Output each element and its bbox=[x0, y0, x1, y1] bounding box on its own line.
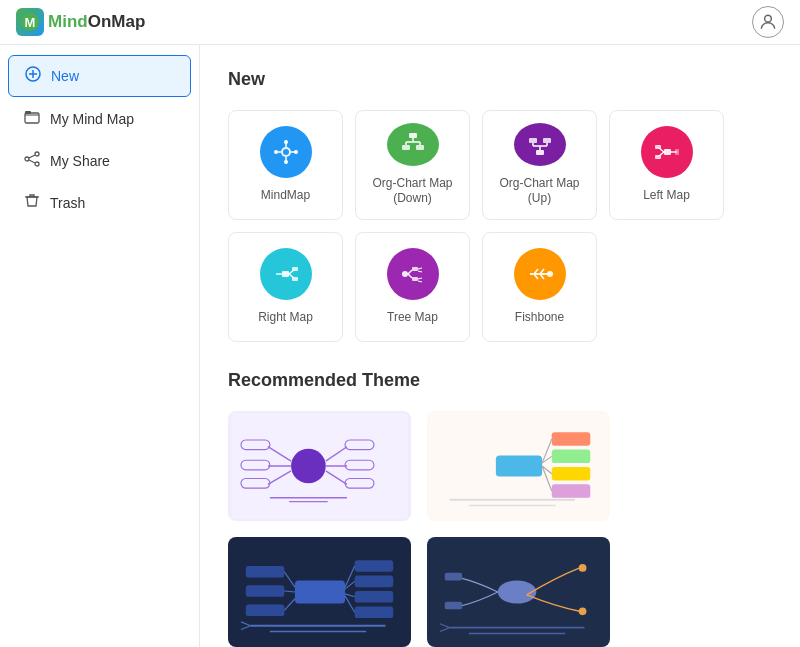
map-card-rightmap[interactable]: Right Map bbox=[228, 232, 343, 342]
svg-point-116 bbox=[579, 607, 587, 615]
svg-rect-53 bbox=[412, 267, 418, 271]
svg-point-50 bbox=[402, 271, 408, 277]
plus-icon bbox=[25, 66, 41, 86]
fishbone-icon bbox=[514, 248, 566, 300]
map-card-orgup[interactable]: Org-Chart Map (Up) bbox=[482, 110, 597, 220]
map-card-orgdown[interactable]: Org-Chart Map (Down) bbox=[355, 110, 470, 220]
theme-grid bbox=[228, 411, 772, 647]
theme-card-2[interactable] bbox=[427, 411, 610, 521]
svg-rect-29 bbox=[416, 145, 424, 150]
svg-line-58 bbox=[418, 281, 422, 282]
leftmap-label: Left Map bbox=[643, 188, 690, 204]
sidebar-new-label: New bbox=[51, 68, 79, 84]
app-header: M MindOnMap bbox=[0, 0, 800, 45]
logo-icon: M bbox=[16, 8, 44, 36]
svg-point-115 bbox=[579, 564, 587, 572]
svg-rect-95 bbox=[355, 560, 394, 572]
svg-rect-35 bbox=[529, 138, 537, 143]
trash-icon bbox=[24, 193, 40, 213]
svg-rect-98 bbox=[355, 606, 394, 618]
svg-point-21 bbox=[274, 150, 278, 154]
svg-rect-36 bbox=[543, 138, 551, 143]
orgup-label: Org-Chart Map (Up) bbox=[491, 176, 588, 207]
svg-line-51 bbox=[408, 270, 412, 274]
treemap-icon bbox=[387, 248, 439, 300]
svg-rect-94 bbox=[295, 580, 345, 603]
map-card-treemap[interactable]: Tree Map bbox=[355, 232, 470, 342]
svg-point-2 bbox=[765, 15, 772, 22]
svg-rect-47 bbox=[292, 267, 298, 271]
svg-rect-44 bbox=[282, 271, 289, 277]
user-avatar[interactable] bbox=[752, 6, 784, 38]
svg-rect-84 bbox=[552, 450, 591, 463]
svg-rect-41 bbox=[655, 155, 661, 159]
fishbone-label: Fishbone bbox=[515, 310, 564, 326]
map-card-mindmap[interactable]: MindMap bbox=[228, 110, 343, 220]
svg-point-8 bbox=[35, 152, 39, 156]
svg-rect-48 bbox=[292, 277, 298, 281]
svg-line-52 bbox=[408, 274, 412, 278]
sidebar-myshare-label: My Share bbox=[50, 153, 110, 169]
svg-rect-117 bbox=[445, 573, 462, 581]
theme-card-4[interactable] bbox=[427, 537, 610, 647]
mindmap-icon bbox=[260, 126, 312, 178]
orgdown-icon bbox=[387, 123, 439, 166]
svg-text:M: M bbox=[25, 15, 36, 30]
sidebar-item-myshare[interactable]: My Share bbox=[8, 141, 191, 181]
svg-point-22 bbox=[294, 150, 298, 154]
svg-rect-43 bbox=[675, 149, 679, 155]
svg-point-20 bbox=[284, 160, 288, 164]
svg-rect-82 bbox=[496, 455, 542, 476]
svg-point-10 bbox=[25, 157, 29, 161]
svg-rect-97 bbox=[355, 591, 394, 603]
svg-line-12 bbox=[29, 160, 35, 163]
treemap-label: Tree Map bbox=[387, 310, 438, 326]
svg-rect-101 bbox=[246, 605, 285, 617]
share-icon bbox=[24, 151, 40, 171]
svg-rect-99 bbox=[246, 566, 285, 578]
orgup-icon bbox=[514, 123, 566, 166]
svg-rect-96 bbox=[355, 576, 394, 588]
svg-point-64 bbox=[547, 271, 553, 277]
svg-point-66 bbox=[291, 449, 326, 484]
svg-rect-86 bbox=[552, 484, 591, 497]
svg-point-14 bbox=[283, 149, 289, 155]
map-card-leftmap[interactable]: Left Map bbox=[609, 110, 724, 220]
sidebar-trash-label: Trash bbox=[50, 195, 85, 211]
svg-line-55 bbox=[418, 268, 422, 269]
svg-line-57 bbox=[418, 278, 422, 279]
orgdown-label: Org-Chart Map (Down) bbox=[364, 176, 461, 207]
logo-text: MindOnMap bbox=[48, 12, 145, 32]
theme-card-3[interactable] bbox=[228, 537, 411, 647]
svg-rect-23 bbox=[409, 133, 417, 138]
svg-rect-40 bbox=[655, 145, 661, 149]
rightmap-label: Right Map bbox=[258, 310, 313, 326]
main-layout: New My Mind Map bbox=[0, 45, 800, 647]
svg-rect-7 bbox=[25, 111, 31, 114]
recommended-theme-title: Recommended Theme bbox=[228, 370, 772, 391]
sidebar-mymindmap-label: My Mind Map bbox=[50, 111, 134, 127]
leftmap-icon bbox=[641, 126, 693, 178]
sidebar-item-new[interactable]: New bbox=[8, 55, 191, 97]
svg-rect-37 bbox=[664, 149, 671, 155]
theme-card-1[interactable] bbox=[228, 411, 411, 521]
svg-rect-28 bbox=[402, 145, 410, 150]
main-content: New bbox=[200, 45, 800, 647]
logo: M MindOnMap bbox=[16, 8, 145, 36]
svg-rect-118 bbox=[445, 602, 462, 610]
sidebar-item-trash[interactable]: Trash bbox=[8, 183, 191, 223]
new-section-title: New bbox=[228, 69, 772, 90]
svg-rect-100 bbox=[246, 585, 285, 597]
svg-line-56 bbox=[418, 271, 422, 272]
svg-rect-83 bbox=[552, 432, 591, 445]
map-type-grid: MindMap Org-Chart Map (Down) bbox=[228, 110, 772, 342]
svg-point-19 bbox=[284, 140, 288, 144]
sidebar-item-mymindmap[interactable]: My Mind Map bbox=[8, 99, 191, 139]
svg-rect-54 bbox=[412, 277, 418, 281]
map-card-fishbone[interactable]: Fishbone bbox=[482, 232, 597, 342]
mindmap-folder-icon bbox=[24, 109, 40, 129]
sidebar: New My Mind Map bbox=[0, 45, 200, 647]
mindmap-label: MindMap bbox=[261, 188, 310, 204]
rightmap-icon bbox=[260, 248, 312, 300]
svg-line-11 bbox=[29, 155, 35, 158]
